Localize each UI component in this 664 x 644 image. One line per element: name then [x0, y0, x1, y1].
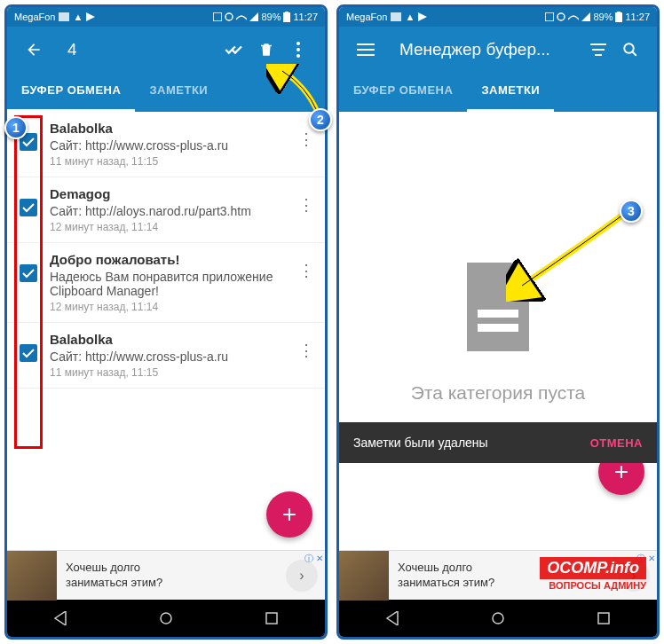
svg-point-24 [493, 613, 503, 624]
item-checkbox[interactable] [20, 264, 37, 282]
signal-icon [581, 12, 590, 21]
svg-marker-17 [581, 12, 590, 21]
cloud-icon: ▲ [73, 12, 83, 22]
snackbar-undo[interactable]: ОТМЕНА [590, 436, 643, 450]
ad-banner[interactable]: Хочешь долгозаниматься этим? › ⓘ ✕ [339, 550, 657, 600]
callout-2: 2 [309, 108, 332, 131]
nav-recent[interactable] [245, 612, 298, 624]
item-time: 12 минут назад, 11:14 [50, 301, 293, 313]
cloud-icon: ▲ [405, 12, 415, 22]
battery-label: 89% [261, 12, 281, 22]
wifi-icon [568, 12, 579, 21]
nav-bar [7, 600, 325, 637]
svg-point-16 [557, 13, 565, 20]
ad-banner[interactable]: Хочешь долгозаниматься этим? › ⓘ ✕ [7, 550, 325, 600]
notes-empty: Эта категория пуста + Заметки были удале… [339, 112, 657, 550]
status-icon [59, 12, 69, 21]
item-time: 11 минут назад, 11:15 [50, 155, 293, 168]
item-time: 11 минут назад, 11:15 [50, 366, 293, 379]
tab-clipboard[interactable]: БУФЕР ОБМЕНА [7, 73, 135, 112]
list-item[interactable]: Balabolka Сайт: http://www.cross-plus-a.… [7, 112, 325, 177]
nav-back[interactable] [366, 611, 419, 625]
search-button[interactable] [614, 34, 646, 66]
app-bar: Менеджер буфер... [339, 27, 657, 73]
tabs: БУФЕР ОБМЕНА ЗАМЕТКИ [7, 73, 325, 112]
overflow-menu-button[interactable] [282, 34, 314, 66]
carrier-label: MegaFon [14, 12, 55, 22]
callout-1: 1 [4, 116, 28, 139]
svg-rect-0 [59, 12, 69, 21]
phone-right: MegaFon ▲ 89% 11:27 Менеджер буфер... БУ… [336, 4, 660, 640]
nav-bar [339, 600, 657, 637]
play-icon [86, 12, 95, 21]
svg-rect-15 [545, 12, 554, 21]
nav-back[interactable] [34, 611, 87, 625]
svg-rect-18 [615, 12, 622, 22]
ad-text: Хочешь долгозаниматься этим? [389, 561, 618, 591]
tab-notes[interactable]: ЗАМЕТКИ [467, 73, 554, 112]
alarm-icon [557, 12, 565, 21]
nav-recent[interactable] [577, 612, 630, 624]
item-title: Добро пожаловать! [50, 252, 293, 267]
back-button[interactable] [18, 34, 50, 66]
menu-button[interactable] [350, 34, 382, 66]
item-title: Demagog [50, 186, 293, 201]
svg-rect-22 [478, 324, 518, 332]
sort-button[interactable] [582, 34, 614, 66]
item-site: Надеюсь Вам понравится приложение Clipbo… [50, 270, 293, 298]
svg-rect-6 [285, 12, 289, 12]
ad-image [339, 551, 389, 601]
nav-home[interactable] [139, 611, 193, 625]
item-more-button[interactable]: ⋮ [293, 341, 320, 360]
phone-left: MegaFon ▲ 89% 11:27 4 БУФЕР [4, 4, 328, 640]
tab-notes[interactable]: ЗАМЕТКИ [135, 73, 222, 112]
battery-icon [615, 12, 622, 22]
snackbar-text: Заметки были удалены [353, 436, 590, 450]
svg-rect-12 [266, 613, 277, 624]
list-item[interactable]: Balabolka Сайт: http://www.cross-plus-a.… [7, 323, 325, 389]
svg-marker-1 [86, 12, 95, 21]
list-item[interactable]: Demagog Сайт: http://aloys.narod.ru/part… [7, 177, 325, 243]
nfc-icon [213, 12, 222, 21]
svg-rect-5 [283, 12, 290, 22]
svg-point-20 [624, 43, 634, 53]
status-bar: MegaFon ▲ 89% 11:27 [7, 7, 325, 27]
battery-icon [283, 12, 290, 22]
item-more-button[interactable]: ⋮ [293, 195, 320, 215]
app-bar-selection: 4 [7, 27, 325, 73]
list-item[interactable]: Добро пожаловать! Надеюсь Вам понравится… [7, 243, 325, 323]
snackbar: Заметки были удалены ОТМЕНА [339, 422, 657, 463]
svg-rect-13 [391, 12, 401, 21]
svg-point-3 [225, 13, 233, 20]
svg-marker-4 [249, 12, 258, 21]
item-more-button[interactable]: ⋮ [293, 261, 320, 280]
item-title: Balabolka [50, 332, 293, 347]
ad-info-icon[interactable]: ⓘ ✕ [636, 553, 655, 565]
item-more-button[interactable]: ⋮ [293, 130, 320, 149]
ad-info-icon[interactable]: ⓘ ✕ [304, 553, 323, 565]
svg-marker-14 [418, 12, 427, 21]
tab-clipboard[interactable]: БУФЕР ОБМЕНА [339, 73, 467, 112]
time-label: 11:27 [625, 12, 650, 22]
item-site: Сайт: http://aloys.narod.ru/part3.htm [50, 204, 293, 218]
select-all-button[interactable] [218, 34, 250, 66]
ad-image [7, 551, 57, 601]
battery-label: 89% [593, 12, 613, 22]
svg-marker-23 [387, 611, 398, 625]
app-title: Менеджер буфер... [399, 40, 582, 59]
svg-point-8 [296, 48, 300, 51]
item-checkbox[interactable] [20, 344, 37, 362]
svg-rect-19 [617, 12, 621, 12]
item-site: Сайт: http://www.cross-plus-a.ru [50, 138, 293, 153]
svg-marker-10 [55, 611, 66, 625]
clipboard-list: Balabolka Сайт: http://www.cross-plus-a.… [7, 112, 325, 550]
document-icon [458, 258, 538, 356]
nav-home[interactable] [471, 611, 525, 625]
item-time: 12 минут назад, 11:14 [50, 221, 293, 233]
delete-button[interactable] [250, 34, 282, 66]
time-label: 11:27 [293, 12, 318, 22]
svg-rect-21 [478, 310, 518, 318]
item-checkbox[interactable] [20, 199, 37, 216]
svg-rect-2 [213, 12, 222, 21]
fab-add[interactable]: + [266, 491, 312, 538]
